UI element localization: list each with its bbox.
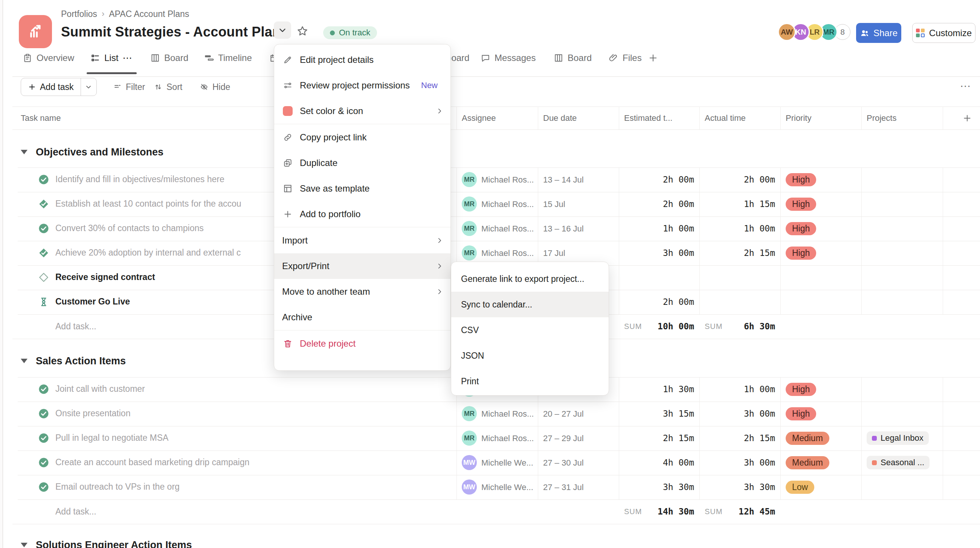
breadcrumb-portfolio-name[interactable]: APAC Account Plans — [109, 9, 189, 19]
assignee-avatar[interactable]: MR — [462, 406, 477, 421]
task-name[interactable]: Achieve 20% adoption by internal and ext… — [56, 248, 241, 258]
due-date-cell[interactable]: 17 Jul — [543, 248, 565, 258]
tab-files[interactable]: Files — [609, 48, 642, 68]
section-collapse-triangle-icon[interactable] — [21, 543, 27, 547]
assignee-avatar[interactable]: MR — [462, 245, 477, 260]
project-actions-dropdown-button[interactable] — [274, 21, 291, 39]
hide-button[interactable]: Hide — [200, 78, 230, 96]
toolbar-more-button[interactable]: … — [960, 77, 972, 90]
actual-time-cell[interactable]: 2h 15m — [705, 248, 775, 258]
add-column-button[interactable] — [955, 106, 980, 130]
estimated-time-cell[interactable]: 4h 00m — [624, 457, 694, 467]
task-name[interactable]: Create an account based marketing drip c… — [56, 457, 249, 467]
actual-time-cell[interactable]: 1h 00m — [705, 384, 775, 394]
add-task-button[interactable]: Add task — [21, 78, 97, 96]
milestone-incomplete-icon[interactable] — [38, 272, 49, 283]
menu-item-copy-project-link[interactable]: Copy project link — [274, 125, 450, 150]
filter-button[interactable]: Filter — [113, 78, 145, 96]
task-completed-check-icon[interactable] — [38, 174, 49, 185]
submenu-item-generate-link-to-export-project-[interactable]: Generate link to export project... — [451, 266, 609, 292]
assignee-name[interactable]: Michael Ros... — [481, 434, 534, 443]
actual-time-cell[interactable]: 3h 30m — [705, 482, 775, 492]
estimated-time-cell[interactable]: 3h 00m — [624, 248, 694, 258]
column-header-estimated-t-[interactable]: Estimated t... — [624, 106, 672, 130]
task-row[interactable]: Establish at least 10 contact points for… — [0, 192, 980, 216]
priority-badge[interactable]: High — [786, 246, 816, 260]
task-completed-check-icon[interactable] — [38, 432, 49, 444]
task-name[interactable]: Onsite presentation — [56, 408, 130, 419]
column-header-assignee[interactable]: Assignee — [462, 106, 496, 130]
due-date-cell[interactable]: 27 – 31 Jul — [543, 483, 584, 492]
column-header-projects[interactable]: Projects — [867, 106, 896, 130]
assignee-name[interactable]: Michael Ros... — [481, 224, 534, 234]
task-name[interactable]: Convert 30% of contacts to champions — [56, 223, 204, 233]
assignee-name[interactable]: Michael Ros... — [481, 248, 534, 258]
due-date-cell[interactable]: 20 – 27 Jul — [543, 409, 584, 419]
priority-badge[interactable]: High — [786, 222, 816, 235]
task-name[interactable]: Email outreach to VPs in the org — [56, 482, 180, 492]
task-row[interactable]: Email outreach to VPs in the orgMWMichel… — [0, 475, 980, 499]
assignee-name[interactable]: Michael Ros... — [481, 200, 534, 209]
task-name[interactable]: Customer Go Live — [56, 297, 130, 307]
assignee-avatar[interactable]: MW — [462, 455, 477, 470]
menu-item-archive[interactable]: Archive — [274, 305, 450, 330]
estimated-time-cell[interactable]: 2h 15m — [624, 433, 694, 443]
priority-badge[interactable]: High — [786, 383, 816, 396]
tab-more-options[interactable]: ⋯ — [123, 52, 132, 64]
menu-item-edit-project-details[interactable]: Edit project details — [274, 47, 450, 73]
add-task-row[interactable]: Add task... — [56, 507, 96, 517]
actual-time-cell[interactable]: 2h 00m — [705, 175, 775, 184]
task-name[interactable]: Identify and fill in objectives/mileston… — [56, 174, 224, 184]
actual-time-cell[interactable]: 1h 00m — [705, 224, 775, 233]
column-header-task-name[interactable]: Task name — [21, 106, 60, 130]
estimated-time-cell[interactable]: 3h 15m — [624, 409, 694, 419]
assignee-avatar[interactable]: MR — [462, 430, 477, 446]
task-name[interactable]: Receive signed contract — [56, 272, 155, 282]
priority-badge[interactable]: High — [786, 173, 816, 186]
assignee-name[interactable]: Michael Ros... — [481, 175, 534, 185]
actual-time-cell[interactable]: 3h 00m — [705, 457, 775, 467]
tab-board[interactable]: Board — [554, 48, 592, 68]
member-avatar[interactable]: MR — [821, 24, 837, 40]
estimated-time-cell[interactable]: 2h 00m — [624, 175, 694, 184]
share-button[interactable]: Share — [856, 23, 901, 43]
actual-time-cell[interactable]: 2h 15m — [705, 433, 775, 443]
estimated-time-cell[interactable]: 1h 00m — [624, 224, 694, 233]
task-row[interactable]: Convert 30% of contacts to championsMRMi… — [0, 216, 980, 241]
add-task-main[interactable]: Add task — [21, 78, 81, 95]
status-badge[interactable]: On track — [323, 26, 377, 39]
estimated-time-cell[interactable]: 2h 00m — [624, 199, 694, 209]
due-date-cell[interactable]: 13 – 16 Jul — [543, 224, 584, 234]
add-tab-button[interactable] — [648, 48, 659, 68]
task-completed-check-icon[interactable] — [38, 457, 49, 468]
estimated-time-cell[interactable]: 3h 30m — [624, 482, 694, 492]
due-date-cell[interactable]: 27 – 30 Jul — [543, 458, 584, 468]
menu-item-import[interactable]: Import — [274, 228, 450, 253]
task-completed-check-icon[interactable] — [38, 481, 49, 493]
submenu-item-print[interactable]: Print — [451, 369, 609, 394]
column-header-actual-time[interactable]: Actual time — [705, 106, 746, 130]
tab-list[interactable]: List⋯ — [91, 48, 132, 68]
actual-time-cell[interactable]: 1h 15m — [705, 199, 775, 209]
assignee-avatar[interactable]: MR — [462, 172, 477, 187]
priority-badge[interactable]: High — [786, 407, 816, 420]
customize-button[interactable]: Customize — [912, 23, 975, 43]
task-row[interactable]: Onsite presentationMRMichael Ros...20 – … — [0, 402, 980, 426]
task-completed-check-icon[interactable] — [38, 408, 49, 419]
due-date-cell[interactable]: 15 Jul — [543, 200, 565, 209]
menu-item-delete-project[interactable]: Delete project — [274, 331, 450, 356]
priority-badge[interactable]: High — [786, 198, 816, 211]
menu-item-review-project-permissions[interactable]: Review project permissionsNew — [274, 73, 450, 98]
section-collapse-triangle-icon[interactable] — [21, 359, 27, 363]
add-task-dropdown[interactable] — [81, 78, 96, 95]
task-row[interactable]: Pull in legal to negotiate MSAMRMichael … — [0, 426, 980, 451]
project-tag[interactable]: Seasonal ... — [867, 456, 929, 469]
menu-item-set-color-icon[interactable]: Set color & icon — [274, 98, 450, 124]
approval-hourglass-icon[interactable] — [38, 296, 49, 308]
menu-item-export-print[interactable]: Export/Print — [274, 253, 450, 279]
column-header-due-date[interactable]: Due date — [543, 106, 577, 130]
estimated-time-cell[interactable]: 1h 30m — [624, 384, 694, 394]
member-avatar[interactable]: AW — [779, 24, 795, 40]
assignee-avatar[interactable]: MR — [462, 221, 477, 236]
menu-item-save-as-template[interactable]: Save as template — [274, 176, 450, 201]
